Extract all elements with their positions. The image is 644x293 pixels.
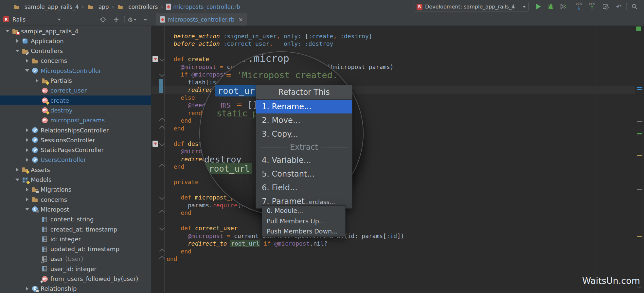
fold-end-icon[interactable] [159,210,165,215]
fold-collapse-icon[interactable] [159,56,165,62]
menu-item-copy[interactable]: 3. Copy... [256,127,352,141]
fold-collapse-icon[interactable] [159,72,165,77]
tree-item-concerns[interactable]: concerns [0,56,151,66]
tree-expand-arrow[interactable] [23,69,31,72]
tree-item-Assets[interactable]: Assets [0,165,151,175]
chevron-down-icon[interactable] [58,19,61,21]
menu-item-variable[interactable]: 4. Variable... [256,153,352,167]
fold-end-icon[interactable] [159,256,165,262]
recent-changes-button[interactable] [601,2,611,11]
tree-expand-arrow[interactable] [13,50,22,52]
fold-end-icon[interactable] [159,125,165,131]
vcs-update-button[interactable]: VCS ↓ [574,2,584,11]
fold-collapse-icon[interactable] [159,225,165,231]
editor-tab-microposts-controller[interactable]: microposts_controller.rb × [156,13,247,26]
tree-expand-arrow[interactable] [23,59,31,63]
breadcrumb-item-app[interactable]: app [87,4,109,10]
folder-wrench-icon [22,48,29,54]
breadcrumb: sample_app_rails_4›app›controllers›micro… [13,0,240,13]
rails-action-icon[interactable] [152,56,158,62]
tree-expand-arrow[interactable] [23,198,31,201]
hide-panel-button[interactable] [140,15,150,24]
tree-item-Micropost[interactable]: Micropost [0,204,151,214]
tree-item-label: Controllers [31,47,63,54]
menu-item-constant[interactable]: 5. Constant... [256,167,352,181]
scrollbar-thumb[interactable] [637,134,642,288]
menu-item--module-[interactable]: 0. Module... [262,206,345,216]
tree-item-sample_app_rails_4[interactable]: Rsample_app_rails_4 [0,26,151,36]
tree-expand-arrow[interactable] [13,168,22,172]
tree-item-correct_user[interactable]: correct_user [0,86,151,95]
tree-item-Partials[interactable]: Partials [0,76,151,86]
refactor-this-popup[interactable]: Refactor This 1. Rename...2. Move...3. C… [256,85,352,209]
tree-item-Relationship[interactable]: Relationship [0,284,151,293]
search-everywhere-button[interactable] [630,2,639,11]
tree-expand-arrow[interactable] [23,188,31,192]
menu-item-rename[interactable]: 1. Rename... [256,100,352,113]
project-view-selector[interactable]: Rails [12,16,26,23]
tree-expand-arrow[interactable] [23,148,31,152]
error-stripe[interactable] [636,26,644,293]
fold-end-icon[interactable] [159,248,165,254]
tree-item-SessionsController[interactable]: SessionsController [0,135,151,145]
refactor-popup-tail[interactable]: 0. Module...Pull Members Up...Push Membe… [262,205,346,237]
fold-collapse-icon[interactable] [159,141,165,146]
tree-expand-arrow[interactable] [23,208,31,211]
fold-collapse-icon[interactable] [159,195,165,200]
vcs-commit-button[interactable]: VCS ↑ [587,2,597,11]
locate-button[interactable] [98,15,108,24]
tree-item-from_users_followed_by-user-[interactable]: from_users_followed_by(user) [0,274,151,284]
debug-button[interactable] [546,2,556,11]
tree-item-Application[interactable]: Application [0,36,151,46]
tree-item-create[interactable]: create [0,95,151,105]
panel-settings-button[interactable]: ⚙ [127,15,137,24]
menu-item-pull-members-up-[interactable]: Pull Members Up... [262,216,345,226]
icon-badge [46,101,49,105]
undo-button[interactable]: ↶ [614,2,624,11]
code-line-24: end [167,209,191,217]
folder-migration-icon [31,186,39,193]
tree-item-destroy[interactable]: destroy [0,105,151,115]
tree-expand-arrow[interactable] [23,287,31,291]
fold-end-icon[interactable] [159,118,165,123]
fold-end-icon[interactable] [159,164,165,169]
run-configuration-select[interactable]: R Development: sample_app_rails_4 [414,2,529,11]
tree-item-concerns[interactable]: concerns [0,195,151,204]
menu-item-field[interactable]: 6. Field... [256,181,352,195]
tree-item-updated_at-timestamp[interactable]: updated_at: timestamp [0,244,151,254]
tree-expand-arrow[interactable] [23,138,31,142]
menu-item-push-members-down-[interactable]: Push Members Down... [262,226,345,236]
tree-item-created_at-timestamp[interactable]: created_at: timestamp [0,224,151,234]
tree-item-user[interactable]: user(User) [0,254,151,264]
tree-item-UsersController[interactable]: UsersController [0,155,151,165]
breadcrumb-item-microposts_controller.rb[interactable]: microposts_controller.rb [166,4,240,10]
tree-item-id-integer[interactable]: id: integer [0,234,151,244]
tree-item-RelationshipsController[interactable]: RelationshipsController [0,125,151,135]
run-with-coverage-button[interactable] [558,2,568,11]
tree-expand-arrow[interactable] [23,158,31,162]
run-button[interactable] [533,2,543,11]
column-icon [41,246,48,252]
tree-item-user_id-integer[interactable]: user_id: integer [0,264,151,274]
tree-item-Controllers[interactable]: Controllers [0,46,151,56]
tree-expand-arrow[interactable] [3,30,12,32]
menu-item-move[interactable]: 2. Move... [256,113,352,127]
tree-expand-arrow[interactable] [13,39,22,43]
rails-action-icon[interactable] [152,141,158,147]
tree-expand-arrow[interactable] [13,179,22,181]
close-icon[interactable]: × [238,16,243,23]
tree-item-micropost_params[interactable]: micropost_params [0,115,151,125]
tree-expand-arrow[interactable] [33,79,41,83]
breadcrumb-item-sample_app_rails_4[interactable]: sample_app_rails_4 [13,4,79,10]
crosshair-icon [100,16,106,23]
breadcrumb-item-controllers[interactable]: controllers [117,4,158,10]
tree-item-Migrations[interactable]: Migrations [0,185,151,195]
tree-item-StaticPagesController[interactable]: StaticPagesController [0,145,151,155]
folder-icon [31,58,39,64]
tree-item-content-string[interactable]: content: string [0,215,151,224]
tree-expand-arrow[interactable] [23,128,31,132]
tree-item-MicropostsController[interactable]: MicropostsController [0,66,151,76]
tree-item-Models[interactable]: Models [0,175,151,185]
project-tree-panel[interactable]: Rsample_app_rails_4ApplicationController… [0,26,151,293]
collapse-all-button[interactable] [111,15,121,24]
